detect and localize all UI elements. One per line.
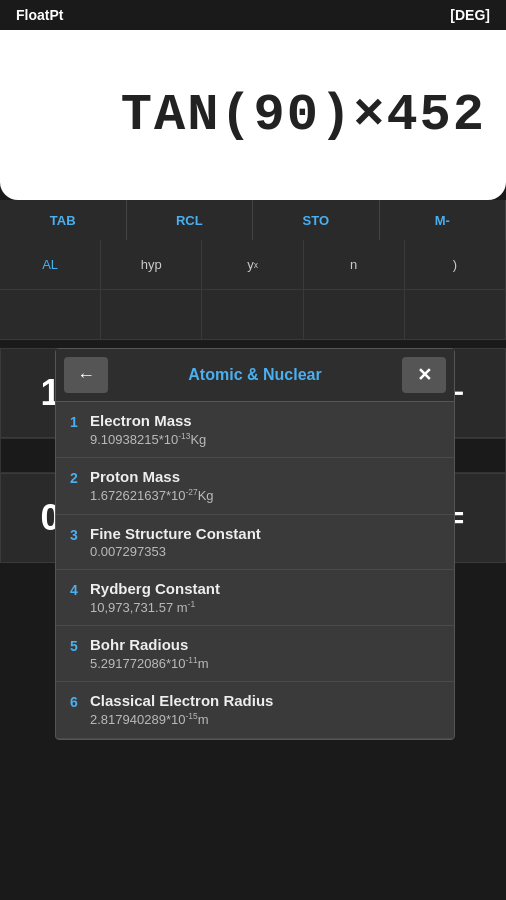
status-right: [DEG] [450, 7, 490, 23]
item-content: Classical Electron Radius 2.817940289*10… [90, 692, 440, 727]
list-item[interactable]: 2 Proton Mass 1.672621637*10-27Kg [56, 458, 454, 514]
rcl-button[interactable]: RCL [127, 200, 254, 240]
display-expression: TAN(90)×452 [121, 86, 486, 145]
al-button[interactable]: AL [0, 240, 101, 290]
item-number: 5 [70, 636, 90, 654]
mminus-button[interactable]: M- [380, 200, 507, 240]
placeholder-3[interactable] [202, 290, 303, 340]
item-name: Fine Structure Constant [90, 525, 440, 542]
item-name: Rydberg Constant [90, 580, 440, 597]
item-value: 1.672621637*10-27Kg [90, 487, 440, 503]
dropdown-title: Atomic & Nuclear [116, 366, 394, 384]
placeholder-2[interactable] [101, 290, 202, 340]
list-item[interactable]: 1 Electron Mass 9.10938215*10-13Kg [56, 402, 454, 458]
status-left: FloatPt [16, 7, 63, 23]
list-item[interactable]: 6 Classical Electron Radius 2.817940289*… [56, 682, 454, 738]
placeholder-4[interactable] [304, 290, 405, 340]
item-value: 0.007297353 [90, 544, 440, 559]
placeholder-5[interactable] [405, 290, 506, 340]
item-content: Fine Structure Constant 0.007297353 [90, 525, 440, 559]
back-arrow-icon: ← [77, 365, 95, 386]
atomic-nuclear-dropdown: ← Atomic & Nuclear ✕ 1 Electron Mass 9.1… [55, 348, 455, 740]
item-content: Rydberg Constant 10,973,731.57 m-1 [90, 580, 440, 615]
item-name: Bohr Radious [90, 636, 440, 653]
tab-button[interactable]: TAB [0, 200, 127, 240]
item-value: 10,973,731.57 m-1 [90, 599, 440, 615]
list-item[interactable]: 4 Rydberg Constant 10,973,731.57 m-1 [56, 570, 454, 626]
item-content: Electron Mass 9.10938215*10-13Kg [90, 412, 440, 447]
item-name: Electron Mass [90, 412, 440, 429]
dropdown-header: ← Atomic & Nuclear ✕ [56, 349, 454, 402]
paren-close-button[interactable]: ) [405, 240, 506, 290]
item-name: Proton Mass [90, 468, 440, 485]
item-content: Proton Mass 1.672621637*10-27Kg [90, 468, 440, 503]
item-value: 5.291772086*10-11m [90, 655, 440, 671]
sto-button[interactable]: STO [253, 200, 380, 240]
item-value: 9.10938215*10-13Kg [90, 431, 440, 447]
sci-row-2 [0, 290, 506, 340]
item-content: Bohr Radious 5.291772086*10-11m [90, 636, 440, 671]
yx-button[interactable]: yx [202, 240, 303, 290]
item-name: Classical Electron Radius [90, 692, 440, 709]
list-item[interactable]: 3 Fine Structure Constant 0.007297353 [56, 515, 454, 570]
item-number: 2 [70, 468, 90, 486]
list-item[interactable]: 5 Bohr Radious 5.291772086*10-11m [56, 626, 454, 682]
item-number: 6 [70, 692, 90, 710]
hyp-button[interactable]: hyp [101, 240, 202, 290]
top-buttons-row: TAB RCL STO M- [0, 200, 506, 240]
placeholder-1[interactable] [0, 290, 101, 340]
item-number: 3 [70, 525, 90, 543]
dropdown-back-button[interactable]: ← [64, 357, 108, 393]
sci-row-1: AL hyp yx n ) [0, 240, 506, 290]
item-number: 4 [70, 580, 90, 598]
close-x-icon: ✕ [417, 364, 432, 386]
status-bar: FloatPt [DEG] [0, 0, 506, 30]
n-button[interactable]: n [304, 240, 405, 290]
item-value: 2.817940289*10-15m [90, 711, 440, 727]
dropdown-close-button[interactable]: ✕ [402, 357, 446, 393]
item-number: 1 [70, 412, 90, 430]
display-area: TAN(90)×452 [0, 30, 506, 200]
